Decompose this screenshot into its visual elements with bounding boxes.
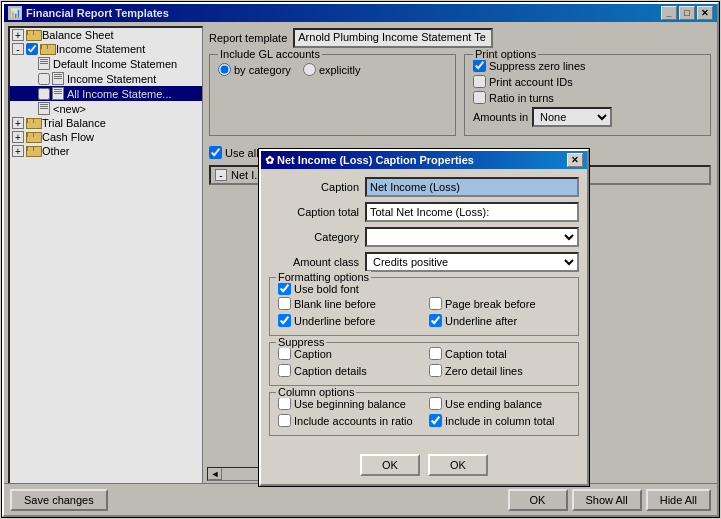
- zero-detail-row: Zero detail lines: [429, 364, 570, 377]
- zero-detail-label: Zero detail lines: [445, 365, 523, 377]
- dialog-ok2-button[interactable]: OK: [428, 454, 488, 476]
- include-column-checkbox[interactable]: [429, 414, 442, 427]
- use-ending-row: Use ending balance: [429, 397, 570, 410]
- category-select[interactable]: [365, 227, 579, 247]
- caption-details-checkbox[interactable]: [278, 364, 291, 377]
- underline-before-row: Underline before: [278, 314, 419, 327]
- include-accounts-label: Include accounts in ratio: [294, 415, 413, 427]
- category-row: Category: [269, 227, 579, 247]
- formatting-group-label: Formatting options: [276, 271, 371, 283]
- category-label: Category: [269, 231, 359, 243]
- caption-label: Caption: [269, 181, 359, 193]
- zero-detail-checkbox[interactable]: [429, 364, 442, 377]
- include-column-row: Include in column total: [429, 414, 570, 427]
- use-ending-checkbox[interactable]: [429, 397, 442, 410]
- caption-suppress-label: Caption: [294, 348, 332, 360]
- formatting-two-col: Blank line before Page break before Unde…: [278, 297, 570, 329]
- caption-total-row: Caption total: [269, 202, 579, 222]
- underline-after-row: Underline after: [429, 314, 570, 327]
- dialog-ok-button[interactable]: OK: [360, 454, 420, 476]
- caption-row: Caption: [269, 177, 579, 197]
- underline-after-label: Underline after: [445, 315, 517, 327]
- suppress-group-label: Suppress: [276, 336, 326, 348]
- use-beginning-row: Use beginning balance: [278, 397, 419, 410]
- use-ending-label: Use ending balance: [445, 398, 542, 410]
- caption-total-suppress-row: Caption total: [429, 347, 570, 360]
- caption-total-suppress-checkbox[interactable]: [429, 347, 442, 360]
- dialog-title-text: ✿ Net Income (Loss) Caption Properties: [265, 154, 474, 167]
- suppress-two-col: Caption Caption total Caption details: [278, 347, 570, 379]
- caption-total-suppress-label: Caption total: [445, 348, 507, 360]
- page-break-checkbox[interactable]: [429, 297, 442, 310]
- main-window: 📊 Financial Report Templates _ □ ✕ + Bal…: [2, 2, 719, 517]
- amount-class-select[interactable]: Credits positive: [365, 252, 579, 272]
- caption-details-row: Caption details: [278, 364, 419, 377]
- page-break-row: Page break before: [429, 297, 570, 310]
- include-column-label: Include in column total: [445, 415, 554, 427]
- blank-line-checkbox[interactable]: [278, 297, 291, 310]
- caption-suppress-checkbox[interactable]: [278, 347, 291, 360]
- dialog-overlay: ✿ Net Income (Loss) Caption Properties ✕…: [4, 4, 717, 515]
- include-accounts-row: Include accounts in ratio: [278, 414, 419, 427]
- use-beginning-checkbox[interactable]: [278, 397, 291, 410]
- caption-total-label: Caption total: [269, 206, 359, 218]
- use-beginning-label: Use beginning balance: [294, 398, 406, 410]
- column-options-label: Column options: [276, 386, 356, 398]
- amount-class-row: Amount class Credits positive: [269, 252, 579, 272]
- column-options-group: Column options Use beginning balance Use…: [269, 392, 579, 436]
- caption-input[interactable]: [365, 177, 579, 197]
- suppress-group: Suppress Caption Caption total Captio: [269, 342, 579, 386]
- caption-suppress-row: Caption: [278, 347, 419, 360]
- underline-after-checkbox[interactable]: [429, 314, 442, 327]
- column-two-col: Use beginning balance Use ending balance…: [278, 397, 570, 429]
- dialog-title-bar: ✿ Net Income (Loss) Caption Properties ✕: [261, 151, 587, 169]
- dialog-close-button[interactable]: ✕: [567, 153, 583, 167]
- caption-total-input[interactable]: [365, 202, 579, 222]
- underline-before-label: Underline before: [294, 315, 375, 327]
- amount-class-label: Amount class: [269, 256, 359, 268]
- use-bold-checkbox[interactable]: [278, 282, 291, 295]
- blank-line-label: Blank line before: [294, 298, 376, 310]
- underline-before-checkbox[interactable]: [278, 314, 291, 327]
- formatting-group: Formatting options Use bold font Blank l…: [269, 277, 579, 336]
- blank-line-row: Blank line before: [278, 297, 419, 310]
- page-break-label: Page break before: [445, 298, 536, 310]
- include-accounts-checkbox[interactable]: [278, 414, 291, 427]
- use-bold-label: Use bold font: [294, 283, 359, 295]
- caption-properties-dialog: ✿ Net Income (Loss) Caption Properties ✕…: [259, 149, 589, 486]
- dialog-body: Caption Caption total Category A: [261, 169, 587, 450]
- dialog-bottom-bar: OK OK: [261, 450, 587, 484]
- caption-details-label: Caption details: [294, 365, 367, 377]
- use-bold-row: Use bold font: [278, 282, 570, 295]
